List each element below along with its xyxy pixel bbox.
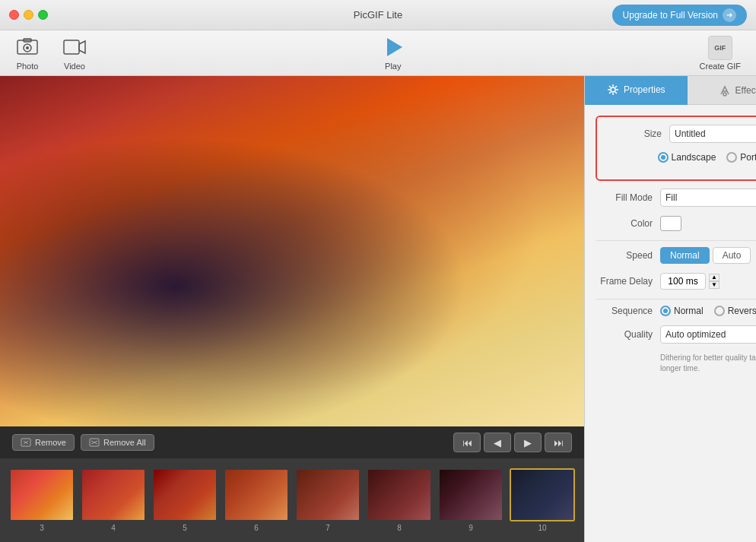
maximize-button[interactable] [38, 10, 48, 20]
toolbar: Photo Video Play GIF Create GIF [0, 30, 756, 76]
portrait-option[interactable]: Portrait [726, 152, 756, 163]
remove-button[interactable]: Remove [12, 434, 75, 451]
next-button[interactable]: ▶ [514, 433, 542, 452]
play-label: Play [385, 62, 401, 71]
remove-all-icon [89, 438, 100, 447]
fill-mode-row: Fill Mode Fill ⌄ [596, 189, 756, 207]
frame-delay-input[interactable] [660, 273, 706, 290]
photo-button[interactable]: Photo [15, 35, 40, 71]
orientation-row: Landscape Portrait [605, 152, 756, 163]
tab-properties[interactable]: Properties [585, 76, 688, 105]
frame-label-3: 3 [40, 524, 44, 532]
frame-item-4[interactable]: 4 [81, 468, 146, 532]
speed-label: Speed [596, 250, 660, 261]
upgrade-arrow-icon: ➜ [723, 8, 736, 22]
frame-item-8[interactable]: 8 [367, 468, 432, 532]
quality-row: Quality Auto optimized ⌄ [596, 325, 756, 344]
create-gif-button[interactable]: GIF Create GIF [700, 36, 741, 71]
frame-thumb-6 [224, 468, 289, 521]
remove-buttons-group: Remove Remove All [12, 434, 154, 451]
svg-line-19 [615, 92, 617, 94]
sequence-normal-radio[interactable] [660, 306, 671, 316]
preview-controls: Remove Remove All ⏮ ◀ ▶ ⏭ [0, 426, 584, 458]
frame-item-3[interactable]: 3 [9, 468, 75, 532]
sequence-control: Normal Reverse [660, 306, 756, 316]
svg-marker-6 [387, 38, 402, 56]
panel-tabs: Properties Effect [585, 76, 756, 105]
main-content: Remove Remove All ⏮ ◀ ▶ ⏭ [0, 76, 756, 542]
landscape-option[interactable]: Landscape [658, 152, 716, 163]
frame-label-7: 7 [326, 524, 330, 532]
size-value: Untitled [675, 128, 706, 139]
frame-thumb-7 [295, 468, 361, 521]
frame-delay-row: Frame Delay ▲ ▼ [596, 273, 756, 290]
video-label: Video [64, 62, 85, 71]
sequence-row: Sequence Normal Reverse [596, 306, 756, 316]
divider-2 [596, 299, 756, 300]
play-icon [381, 35, 405, 59]
tab-effect[interactable]: Effect [688, 76, 757, 105]
video-button[interactable]: Video [62, 35, 87, 71]
effect-tab-label: Effect [735, 85, 756, 96]
frame-delay-stepper: ▲ ▼ [709, 274, 719, 289]
sequence-normal-option[interactable]: Normal [660, 306, 704, 316]
frame-thumb-4 [81, 468, 146, 521]
upgrade-button[interactable]: Upgrade to Full Version ➜ [612, 5, 747, 26]
size-section: Size Untitled ⌄ [596, 116, 756, 181]
sequence-normal-dot [663, 309, 668, 313]
minimize-button[interactable] [24, 10, 33, 20]
sequence-normal-label: Normal [674, 306, 704, 316]
remove-all-button[interactable]: Remove All [81, 434, 154, 451]
video-icon [62, 35, 87, 59]
svg-point-3 [26, 46, 29, 49]
fill-mode-value: Fill [665, 192, 677, 203]
svg-point-22 [723, 93, 726, 96]
app-title: PicGIF Lite [354, 9, 402, 21]
play-button[interactable]: Play [381, 35, 405, 71]
prev-button[interactable]: ◀ [484, 433, 511, 452]
skip-start-button[interactable]: ⏮ [453, 433, 481, 452]
landscape-radio[interactable] [658, 152, 669, 163]
frame-delay-up[interactable]: ▲ [709, 274, 719, 281]
quality-dropdown[interactable]: Auto optimized ⌄ [660, 325, 756, 344]
frame-label-10: 10 [538, 524, 546, 532]
svg-marker-5 [79, 41, 85, 53]
remove-label: Remove [35, 438, 66, 447]
speed-row: Speed Normal Auto [596, 247, 756, 264]
fill-mode-dropdown[interactable]: Fill ⌄ [660, 189, 756, 207]
sequence-reverse-label: Reverse [728, 306, 756, 316]
frame-delay-down[interactable]: ▼ [709, 281, 719, 289]
video-preview [0, 76, 584, 426]
close-button[interactable] [9, 10, 19, 20]
sequence-reverse-radio[interactable] [714, 306, 725, 316]
color-label: Color [596, 218, 660, 229]
size-dropdown[interactable]: Untitled ⌄ [669, 125, 756, 143]
frame-item-9[interactable]: 9 [438, 468, 503, 532]
quality-label: Quality [596, 329, 660, 340]
frame-item-7[interactable]: 7 [295, 468, 361, 532]
svg-rect-4 [64, 40, 79, 54]
speed-auto-button[interactable]: Auto [713, 247, 751, 264]
color-swatch[interactable] [660, 216, 681, 231]
window-controls [9, 10, 48, 20]
skip-end-button[interactable]: ⏭ [545, 433, 572, 452]
titlebar: PicGIF Lite Upgrade to Full Version ➜ [0, 0, 756, 30]
speed-normal-button[interactable]: Normal [660, 247, 710, 264]
color-control [660, 216, 756, 231]
sequence-reverse-option[interactable]: Reverse [714, 306, 756, 316]
frame-thumb-10 [510, 468, 575, 521]
orientation-control: Landscape Portrait [658, 152, 756, 163]
frame-item-5[interactable]: 5 [152, 468, 218, 532]
quality-value: Auto optimized [665, 329, 726, 340]
frame-delay-label: Frame Delay [596, 276, 660, 287]
size-row: Size Untitled ⌄ [605, 125, 756, 143]
frame-label-9: 9 [469, 524, 473, 532]
portrait-radio[interactable] [726, 152, 737, 163]
frame-label-8: 8 [397, 524, 402, 532]
frame-item-10[interactable]: 10 [510, 468, 575, 532]
create-gif-icon: GIF [708, 36, 732, 60]
properties-icon [607, 84, 619, 96]
frame-item-6[interactable]: 6 [224, 468, 289, 532]
remove-all-label: Remove All [103, 438, 146, 447]
frame-thumb-5 [152, 468, 218, 521]
